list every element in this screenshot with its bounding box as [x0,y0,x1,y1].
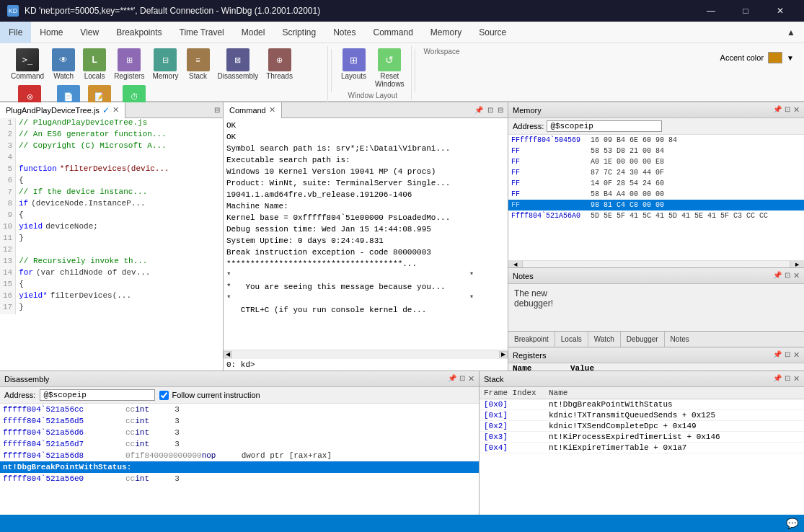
source-line-9: 9 { [0,210,223,222]
ribbon-btn-registers[interactable]: ⊞ Registers [110,46,148,82]
menu-command[interactable]: Command [365,22,422,43]
menu-timetravel[interactable]: Time Travel [171,22,233,43]
stack-frame-2-link[interactable]: [0x2] [484,422,508,430]
source-line-11: 11 } [0,234,223,245]
memory-addr-6: FF [511,189,591,200]
status-chat-icon[interactable]: 💬 [786,518,798,529]
command-pane-popout-icon[interactable]: ⊡ [487,106,493,114]
ribbon-btn-memory[interactable]: ⊟ Memory [149,46,182,82]
stack-popout-icon[interactable]: ⊡ [785,374,790,384]
ribbon-btn-threads[interactable]: ⊕ Threads [262,46,296,82]
memory-popout-icon[interactable]: ⊡ [785,105,790,115]
menu-home[interactable]: Home [31,22,71,43]
menu-notes[interactable]: Notes [324,22,364,43]
stack-panel-title: Stack [484,375,504,384]
disasm-pin-icon[interactable]: 📌 [448,374,456,384]
memory-scroll-right[interactable]: ▶ [790,261,804,267]
registers-header: Name Value [508,363,804,371]
menu-collapse[interactable]: ▲ [778,22,804,43]
menu-source[interactable]: Source [470,22,515,43]
minimize-button[interactable]: — [694,0,728,22]
scroll-left-btn[interactable]: ◀ [224,351,232,358]
follow-instruction-checkbox[interactable] [159,391,169,400]
disasm-bytes-5: 0f1f840000000000 [125,450,202,461]
ribbon-btn-layouts[interactable]: ⊞ Layouts [337,46,370,82]
scroll-right-btn[interactable]: ▶ [499,351,508,358]
menu-breakpoints[interactable]: Breakpoints [107,22,170,43]
registers-close-icon[interactable]: ✕ [793,350,800,360]
notes-tab-breakpoint[interactable]: Breakpoint [508,332,555,347]
disasm-popout-icon[interactable]: ⊡ [459,374,465,384]
ribbon-accent-area: Accent color ▼ [715,49,800,66]
reg-col-name: Name [513,364,570,371]
notes-tab-strip: Breakpoint Locals Watch Debugger Notes [508,331,804,347]
command-tab-active[interactable]: Command ✕ [224,102,282,118]
cmd-line-1: OK [226,120,505,131]
source-pane-collapse-btn[interactable]: ⊟ [211,105,223,115]
command-column: Command ✕ 📌 ⊡ ⊟ OK OK Symbol search path… [224,102,508,371]
menu-scripting[interactable]: Scripting [273,22,324,43]
ribbon-btn-disassembly[interactable]: ⊠ Disassembly [214,46,262,82]
stack-frame-4-link[interactable]: [0x4] [484,443,508,452]
disasm-address-input[interactable] [40,389,155,401]
ribbon-btn-threads-label: Threads [266,72,293,80]
memory-addr-1: FFffff804`504569 [511,135,591,146]
command-input[interactable] [258,360,505,369]
source-tab-active[interactable]: PlugAndPlayDeviceTree.js ✓ ✕ [0,102,125,118]
stack-frame-3-link[interactable]: [0x3] [484,433,508,441]
notes-popout-icon[interactable]: ⊡ [785,271,790,280]
notes-tab-watch[interactable]: Watch [588,332,621,347]
ribbon-btn-reset-label: ResetWindows [375,72,405,88]
stack-close-icon[interactable]: ✕ [793,374,800,384]
notes-tab-locals[interactable]: Locals [555,332,588,347]
cmd-line-14: * * [226,270,505,281]
memory-pin-icon[interactable]: 📌 [773,105,782,115]
source-line-13: 13 // Recursively invoke th... [0,257,223,268]
disasm-addr-3: fffff804`521a56d6 [3,427,125,438]
stack-col-name: Name [544,387,804,399]
title-bar: KD KD 'net:port=50005,key=****', Default… [0,0,804,22]
command-pane-collapse-icon[interactable]: ⊟ [498,106,503,114]
notes-tab-debugger[interactable]: Debugger [621,332,665,347]
menu-file[interactable]: File [0,22,31,43]
source-line-15: 15 { [0,280,223,291]
memory-scroll-left[interactable]: ◀ [508,261,523,267]
memory-close-icon[interactable]: ✕ [793,105,800,115]
ribbon-btn-locals[interactable]: L Locals [79,46,110,82]
command-tab-close-icon[interactable]: ✕ [269,105,275,115]
notes-close-icon[interactable]: ✕ [793,271,800,280]
disasm-mnem-2: int [135,415,175,427]
command-output[interactable]: OK OK Symbol search path is: srv*;E:\Dat… [224,118,508,350]
stack-frame-1-link[interactable]: [0x1] [484,411,508,420]
notes-pin-icon[interactable]: 📌 [773,271,782,280]
menu-memory[interactable]: Memory [422,22,470,43]
command-scrollbar-h[interactable]: ◀ ▶ [224,350,508,358]
command-pane-pin-icon[interactable]: 📌 [474,106,483,114]
memory-scrollbar-h[interactable]: ◀ ▶ [508,260,804,267]
accent-swatch[interactable] [768,52,782,63]
stack-pin-icon[interactable]: 📌 [773,374,782,384]
notes-content[interactable]: The new debugger! [508,284,804,331]
registers-pin-icon[interactable]: 📌 [773,350,782,360]
source-tab-close-icon[interactable]: ✕ [112,105,119,115]
accent-dropdown-icon[interactable]: ▼ [787,54,794,62]
notes-tab-notes[interactable]: Notes [665,332,695,347]
stack-frame-0-link[interactable]: [0x0] [484,400,508,409]
memory-row-7-highlight: FF98 81 C4 C8 00 00 [508,200,804,210]
stack-panel-controls: 📌 ⊡ ✕ [773,374,800,384]
menu-view[interactable]: View [71,22,107,43]
registers-popout-icon[interactable]: ⊡ [785,350,790,360]
menu-model[interactable]: Model [233,22,274,43]
disasm-close-icon[interactable]: ✕ [468,374,474,384]
memory-row-6: FF58 B4 A4 00 00 00 [508,189,804,200]
memory-addr-3: FF [511,156,591,167]
maximize-button[interactable]: □ [729,0,762,22]
ribbon-btn-reset[interactable]: ↺ ResetWindows [371,46,408,90]
close-button[interactable]: ✕ [764,0,797,22]
source-line-14: 14 for (var childNode of dev... [0,268,223,280]
memory-address-input[interactable] [547,120,662,132]
ribbon-btn-watch[interactable]: 👁 Watch [48,46,79,82]
command-prompt-bar: 0: kd> [224,358,508,371]
ribbon-btn-stack[interactable]: ≡ Stack [183,46,213,82]
ribbon-btn-command[interactable]: >_ Command [7,46,48,82]
